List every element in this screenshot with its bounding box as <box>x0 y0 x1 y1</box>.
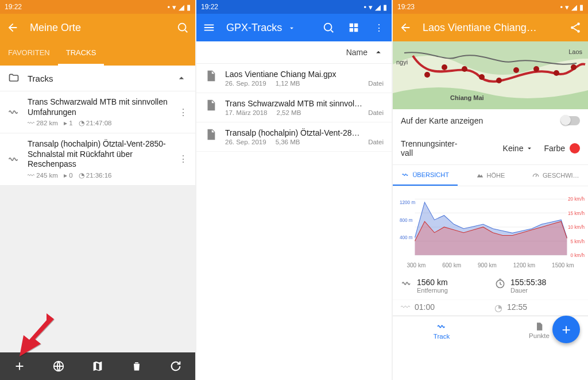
more-button[interactable]: ⋮ <box>178 97 188 127</box>
track-icon <box>7 97 21 127</box>
bottomnav-track[interactable]: Track <box>393 316 490 344</box>
file-icon <box>204 99 217 116</box>
svg-point-14 <box>462 66 467 72</box>
track-icon <box>7 139 21 179</box>
menu-button[interactable] <box>201 20 217 36</box>
chevron-down-icon[interactable] <box>288 24 296 32</box>
svg-text:20 km/h: 20 km/h <box>568 196 585 202</box>
svg-rect-7 <box>354 28 358 32</box>
screen-track-detail: 19:23 •▾◢▮ Laos Vientiane Chiang… ngyi C… <box>393 0 588 380</box>
track-title: Transalp (hochalpin) Ötztal-Vent-2850-Sc… <box>28 139 171 170</box>
tab-tracks[interactable]: TRACKS <box>58 41 105 66</box>
header: Meine Orte <box>0 14 195 41</box>
status-icons: •▾◢▮ <box>363 3 387 11</box>
subtab-height[interactable]: HÖHE <box>458 165 523 186</box>
delete-button[interactable] <box>130 359 144 373</box>
overflow-button[interactable]: ⋮ <box>371 20 387 36</box>
svg-point-0 <box>179 24 186 31</box>
row-split-color: Trennungsinter- vall Keine Farbe <box>393 132 588 164</box>
content-area: Name Laos Vientiane Chiang Mai.gpx 26. S… <box>196 41 392 380</box>
map-preview[interactable]: ngyi Chiang Mai Laos <box>393 41 588 109</box>
svg-point-16 <box>496 78 502 83</box>
status-time: 19:22 <box>201 3 218 11</box>
chevron-down-icon <box>525 144 533 152</box>
subtabs: ÜBERSICHT HÖHE GESCHWI… <box>393 165 588 186</box>
row-show-on-map[interactable]: Auf der Karte anzeigen <box>393 109 588 132</box>
stats-row: 1560 kmEntfernung 155:55:38Dauer <box>393 272 588 300</box>
stat-distance: 1560 kmEntfernung <box>401 278 486 294</box>
color-picker[interactable] <box>570 143 580 153</box>
file-item[interactable]: Trans Schwarzwald MTB mit sinnvol… 17. M… <box>196 93 392 122</box>
status-icons: •▾◢▮ <box>560 3 583 11</box>
svg-text:10 km/h: 10 km/h <box>568 224 585 230</box>
search-button[interactable] <box>320 20 336 36</box>
toggle-show-on-map[interactable] <box>560 116 580 125</box>
map-button[interactable] <box>91 359 105 373</box>
svg-text:400 m: 400 m <box>400 235 413 240</box>
page-title: Laos Vientiane Chiang… <box>423 22 558 34</box>
screen-file-browser: 19:22 •▾◢▮ GPX-Tracks ⋮ Name Laos Vienti… <box>196 0 392 380</box>
share-button[interactable] <box>567 20 583 36</box>
file-item[interactable]: Transalp (hochalpin) Ötztal-Vent-285… 26… <box>196 122 392 152</box>
subtab-overview[interactable]: ÜBERSICHT <box>393 165 458 186</box>
sort-direction-icon[interactable] <box>373 47 384 57</box>
folder-name: Tracks <box>28 74 168 83</box>
track-meta: 〰 245 km ▸ 0 ◔ 21:36:16 <box>28 171 171 179</box>
svg-text:1200 m: 1200 m <box>400 199 415 205</box>
screen-my-places: 19:22 •▾◢▮ Meine Orte FAVORITEN TRACKS T… <box>0 0 195 380</box>
statusbar: 19:23 •▾◢▮ <box>393 0 588 14</box>
status-time: 19:23 <box>397 3 415 11</box>
file-icon <box>204 70 217 87</box>
page-title: GPX-Tracks <box>226 22 311 34</box>
statusbar: 19:22 •▾◢▮ <box>196 0 392 14</box>
file-name: Trans Schwarzwald MTB mit sinnvol… <box>225 99 363 108</box>
track-title: Trans Schwarzwald MTB mit sinnvollen Umf… <box>28 97 171 117</box>
tab-favorites[interactable]: FAVORITEN <box>0 41 58 66</box>
chevron-up-icon <box>176 72 187 84</box>
svg-point-12 <box>424 72 430 78</box>
split-dropdown[interactable]: Keine <box>503 144 534 153</box>
statusbar: 19:22 •▾◢▮ <box>0 0 195 14</box>
header: GPX-Tracks ⋮ <box>196 14 392 41</box>
svg-text:800 m: 800 m <box>400 217 413 223</box>
folder-header[interactable]: Tracks <box>0 66 195 91</box>
header: Laos Vientiane Chiang… <box>393 14 588 41</box>
globe-button[interactable] <box>52 359 65 373</box>
map-label: Laos <box>568 48 582 55</box>
map-label: Chiang Mai <box>450 94 484 101</box>
svg-point-20 <box>571 64 577 70</box>
sort-label: Name <box>346 48 368 57</box>
file-name: Laos Vientiane Chiang Mai.gpx <box>225 70 363 79</box>
chart-x-axis: 300 km 600 km 900 km 1200 km 1500 km <box>393 261 588 272</box>
status-icons: •▾◢▮ <box>167 3 191 11</box>
add-button[interactable] <box>13 359 26 373</box>
chart-overview[interactable]: 0 km/h5 km/h10 km/h15 km/h20 km/h400 m80… <box>393 186 588 261</box>
back-button[interactable] <box>5 20 21 36</box>
track-item[interactable]: Trans Schwarzwald MTB mit sinnvollen Umf… <box>0 91 195 133</box>
back-button[interactable] <box>397 20 413 36</box>
svg-text:15 km/h: 15 km/h <box>568 210 585 216</box>
folder-icon <box>8 72 20 84</box>
tabs: FAVORITEN TRACKS <box>0 41 195 66</box>
track-meta: 〰 282 km ▸ 1 ◔ 21:47:08 <box>28 119 171 127</box>
color-label: Farbe <box>544 144 565 153</box>
svg-text:0 km/h: 0 km/h <box>571 252 585 258</box>
map-label: ngyi <box>396 59 408 66</box>
status-time: 19:22 <box>5 3 22 11</box>
stats-row-2: 〰01:00 ◔12:55 <box>393 300 588 316</box>
more-button[interactable]: ⋮ <box>178 139 188 179</box>
bottom-toolbar <box>0 352 195 380</box>
show-on-map-label: Auf der Karte anzeigen <box>401 116 560 125</box>
track-item[interactable]: Transalp (hochalpin) Ötztal-Vent-2850-Sc… <box>0 133 195 186</box>
grid-view-button[interactable] <box>346 20 362 36</box>
page-title: Meine Orte <box>30 22 165 34</box>
search-button[interactable] <box>175 20 191 36</box>
svg-point-13 <box>442 64 447 70</box>
fab-add[interactable]: + <box>552 316 580 343</box>
refresh-button[interactable] <box>169 359 183 373</box>
subtab-speed[interactable]: GESCHWI… <box>523 165 588 186</box>
svg-text:5 km/h: 5 km/h <box>571 239 585 244</box>
stat-duration: 155:55:38Dauer <box>494 278 580 294</box>
sort-row[interactable]: Name <box>196 41 392 64</box>
file-item[interactable]: Laos Vientiane Chiang Mai.gpx 26. Sep. 2… <box>196 64 392 93</box>
